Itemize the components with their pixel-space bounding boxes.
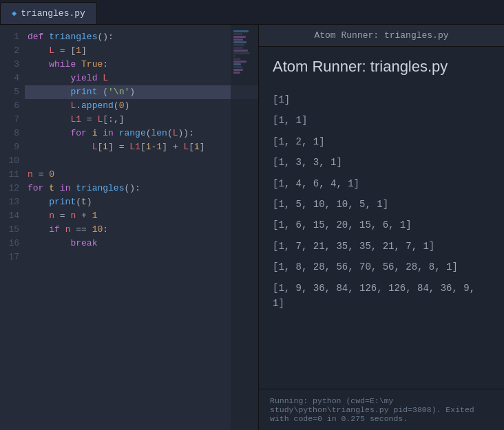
output-line-4: [1, 3, 3, 1] — [273, 152, 490, 173]
code-line-8: for i in range(len(L)): — [25, 127, 258, 140]
code-editor[interactable]: def triangles(): L = [1] while True: yie… — [25, 25, 258, 430]
output-panel-header: Atom Runner: triangles.py — [259, 25, 504, 47]
line-num-6: 6 — [0, 99, 19, 113]
output-title: Atom Runner: triangles.py — [273, 58, 490, 76]
output-line-8: [1, 7, 21, 35, 35, 21, 7, 1] — [273, 236, 490, 257]
line-num-11: 11 — [0, 168, 19, 182]
code-line-3: while True: — [25, 58, 258, 72]
line-num-14: 14 — [0, 209, 19, 223]
output-line-10: [1, 9, 36, 84, 126, 126, 84, 36, 9, 1] — [273, 278, 490, 314]
line-num-12: 12 — [0, 182, 19, 195]
code-line-6: L.append(0) — [25, 99, 258, 113]
tab-bar: ◆ triangles.py — [0, 0, 504, 25]
code-line-1: def triangles(): — [25, 30, 258, 44]
code-area: 1 2 3 4 5 6 7 8 9 10 11 12 13 14 15 16 1… — [0, 25, 258, 430]
line-num-1: 1 — [0, 30, 19, 44]
output-content: Atom Runner: triangles.py [1] [1, 1] [1,… — [259, 47, 504, 389]
code-line-4: yield L — [25, 72, 258, 85]
editor-panel: 1 2 3 4 5 6 7 8 9 10 11 12 13 14 15 16 1… — [0, 25, 258, 430]
code-line-16: break — [25, 237, 258, 250]
python-icon: ◆ — [12, 8, 17, 19]
line-num-16: 16 — [0, 237, 19, 250]
code-line-12: for t in triangles(): — [25, 182, 258, 195]
code-line-14: n = n + 1 — [25, 209, 258, 223]
output-line-3: [1, 2, 1] — [273, 131, 490, 152]
code-line-15: if n == 10: — [25, 223, 258, 237]
code-line-10 — [25, 154, 258, 168]
line-num-5: 5 — [0, 85, 19, 99]
line-num-4: 4 — [0, 72, 19, 85]
output-footer: Running: python (cwd=E:\my study\python\… — [259, 389, 504, 430]
line-num-2: 2 — [0, 44, 19, 58]
code-line-11: n = 0 — [25, 168, 258, 182]
line-num-3: 3 — [0, 58, 19, 72]
minimap — [231, 25, 258, 430]
line-num-7: 7 — [0, 113, 19, 127]
output-line-7: [1, 6, 15, 20, 15, 6, 1] — [273, 215, 490, 235]
line-numbers: 1 2 3 4 5 6 7 8 9 10 11 12 13 14 15 16 1… — [0, 25, 25, 430]
code-line-7: L1 = L[:,] — [25, 113, 258, 127]
code-line-5: print ('\n') — [25, 85, 258, 99]
code-line-13: print(t) — [25, 195, 258, 209]
output-line-2: [1, 1] — [273, 110, 490, 131]
output-line-6: [1, 5, 10, 10, 5, 1] — [273, 194, 490, 215]
output-line-1: [1] — [273, 89, 490, 110]
main-area: 1 2 3 4 5 6 7 8 9 10 11 12 13 14 15 16 1… — [0, 25, 504, 430]
line-num-13: 13 — [0, 195, 19, 209]
code-line-9: L[i] = L1[i-1] + L[i] — [25, 140, 258, 154]
tab-triangles[interactable]: ◆ triangles.py — [0, 2, 97, 24]
line-num-8: 8 — [0, 127, 19, 140]
tab-label: triangles.py — [21, 8, 85, 19]
output-line-9: [1, 8, 28, 56, 70, 56, 28, 8, 1] — [273, 257, 490, 277]
line-num-17: 17 — [0, 250, 19, 264]
line-num-9: 9 — [0, 140, 19, 154]
output-panel: Atom Runner: triangles.py Atom Runner: t… — [258, 25, 504, 430]
line-num-10: 10 — [0, 154, 19, 168]
code-line-2: L = [1] — [25, 44, 258, 58]
code-line-17 — [25, 250, 258, 264]
line-num-15: 15 — [0, 223, 19, 237]
output-line-5: [1, 4, 6, 4, 1] — [273, 173, 490, 194]
